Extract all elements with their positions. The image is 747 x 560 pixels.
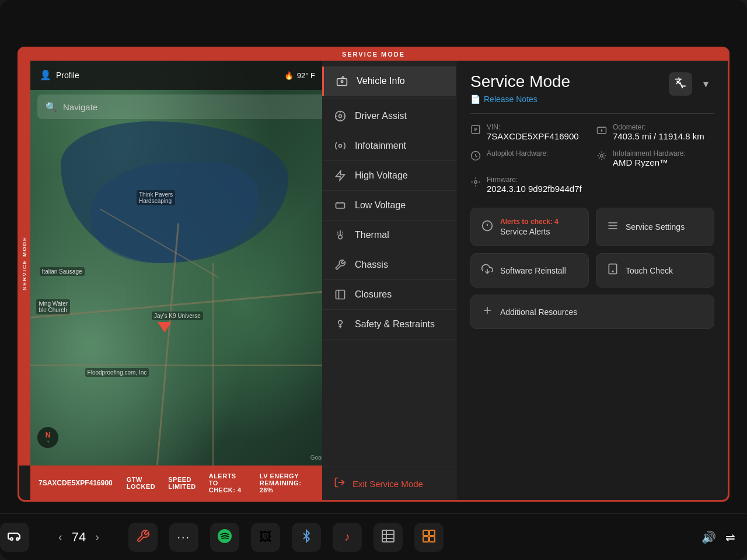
chevron-down-icon: ▾ <box>703 78 708 90</box>
sidebar-label-driver-assist: Driver Assist <box>355 111 407 121</box>
title-area: Service Mode 📄 Release Notes <box>470 72 570 104</box>
svg-point-29 <box>11 538 13 540</box>
software-reinstall-button[interactable]: Software Reinstall <box>470 253 589 288</box>
sidebar-label-chassis: Chassis <box>355 260 388 270</box>
vehicle-info-grid: VIN: 7SAXCDE5XPF416900 <box>470 123 714 194</box>
autopilot-content: Autopilot Hardware: <box>487 149 548 158</box>
place-label-pavers: Think PaversHardscaping <box>137 190 175 205</box>
bluetooth-icon <box>301 529 312 545</box>
sidebar-label-safety-restraints: Safety & Restraints <box>355 319 435 330</box>
profile-text: Profile <box>56 71 79 80</box>
music-icon: ♪ <box>344 530 350 544</box>
exit-label-text: Exit Service Mode <box>352 479 423 489</box>
service-settings-button[interactable]: Service Settings <box>596 208 714 246</box>
status-alerts: ALERTS TO CHECK: 4 <box>209 473 247 494</box>
sidebar-item-high-voltage[interactable]: High Voltage <box>322 161 456 191</box>
touch-check-label: Touch Check <box>626 266 673 275</box>
map-section: Think PaversHardscaping Jay's K9 Univers… <box>30 61 334 466</box>
profile-icon: 👤 <box>40 69 51 81</box>
svg-point-10 <box>338 320 343 324</box>
taskbar-bluetooth-button[interactable] <box>292 523 321 552</box>
profile-area: 👤 Profile <box>40 69 79 81</box>
taskbar-nav: ‹ 74 › <box>58 530 99 545</box>
nav-number: 74 <box>72 530 86 545</box>
sidebar-item-infotainment[interactable]: Infotainment <box>322 131 456 161</box>
driver-assist-icon <box>334 110 347 123</box>
additional-resources-content: Additional Resources <box>500 307 577 317</box>
autopilot-item: Autopilot Hardware: <box>470 149 588 167</box>
map-background: Think PaversHardscaping Jay's K9 Univers… <box>30 61 334 466</box>
sidebar-item-vehicle-info[interactable]: Vehicle Info <box>322 66 456 96</box>
taskbar-dots-button[interactable]: ··· <box>169 523 198 552</box>
infotainment-hw-item: Infotainment Hardware: AMD Ryzen™ <box>596 149 714 167</box>
chassis-icon <box>334 258 347 271</box>
location-marker <box>158 316 172 336</box>
bezel: SERVICE MODE SERVICE MODE Think PaversHa… <box>0 0 747 560</box>
sidebar-item-closures[interactable]: Closures <box>322 280 456 310</box>
taskbar-tools-button[interactable] <box>128 523 158 552</box>
odometer-item: Odometer: 7403.5 mi / 11914.8 km <box>596 123 714 141</box>
place-label-flood: Floodproofing.com, Inc <box>85 368 149 377</box>
sidebar-item-driver-assist[interactable]: Driver Assist <box>322 102 456 131</box>
road-h2 <box>30 365 334 366</box>
main-content: Service Mode 📄 Release Notes <box>456 61 728 501</box>
sidebar-item-chassis[interactable]: Chassis <box>322 250 456 280</box>
touch-check-button[interactable]: Touch Check <box>596 253 714 288</box>
service-settings-content: Service Settings <box>626 222 685 232</box>
compass: N ↑ <box>37 427 58 448</box>
release-notes-link[interactable]: 📄 Release Notes <box>470 94 570 104</box>
odometer-icon <box>596 124 607 138</box>
infotainment-hw-label: Infotainment Hardware: <box>613 149 686 158</box>
taskbar-car-button[interactable] <box>0 523 29 552</box>
sidebar-label-infotainment: Infotainment <box>355 141 406 151</box>
svg-point-14 <box>601 131 602 132</box>
odometer-value: 7403.5 mi / 11914.8 km <box>613 131 704 141</box>
nav-prev-icon[interactable]: ‹ <box>58 530 62 544</box>
infotainment-hw-value: AMD Ryzen™ <box>613 158 686 167</box>
sidebar-label-low-voltage: Low Voltage <box>355 200 406 211</box>
nav-next-icon[interactable]: › <box>95 530 99 544</box>
map-search[interactable]: 🔍 Navigate <box>37 94 327 119</box>
service-alerts-button[interactable]: Alerts to check: 4 Service Alerts <box>470 208 589 246</box>
svg-point-5 <box>339 145 342 148</box>
infotainment-hw-content: Infotainment Hardware: AMD Ryzen™ <box>613 149 686 167</box>
main-header: Service Mode 📄 Release Notes <box>470 72 714 104</box>
sidebar-item-safety-restraints[interactable]: Safety & Restraints <box>322 310 456 340</box>
taskbar-more2-button[interactable] <box>414 523 444 552</box>
chevron-down-button[interactable]: ▾ <box>697 72 714 96</box>
taskbar-music-button[interactable]: ♪ <box>333 523 362 552</box>
search-icon: 🔍 <box>46 102 57 113</box>
additional-resources-button[interactable]: Additional Resources <box>470 295 714 329</box>
svg-point-4 <box>339 115 342 118</box>
svg-rect-32 <box>382 530 394 542</box>
volume-icon[interactable]: 🔊 <box>701 530 716 544</box>
low-voltage-icon <box>334 199 347 212</box>
left-service-label-text: SERVICE MODE <box>22 236 27 290</box>
infotainment-icon <box>334 139 347 152</box>
taskbar-more1-button[interactable] <box>374 523 403 552</box>
taskbar-arrow-right[interactable]: ⇌ <box>725 530 735 544</box>
svg-point-8 <box>338 235 343 239</box>
service-settings-label: Service Settings <box>626 222 685 232</box>
right-panel: Vehicle Info Driver Assist <box>322 61 728 501</box>
safety-restraints-icon <box>334 318 347 331</box>
svg-marker-0 <box>158 322 172 332</box>
exit-service-mode[interactable]: Exit Service Mode <box>322 467 456 501</box>
service-mode-banner-text: SERVICE MODE <box>342 51 405 58</box>
translate-button[interactable] <box>669 72 692 96</box>
sidebar-item-low-voltage[interactable]: Low Voltage <box>322 191 456 220</box>
taskbar-spotify-button[interactable] <box>210 523 239 552</box>
firmware-icon <box>470 177 481 190</box>
vin-icon <box>470 124 481 138</box>
dots-icon: ··· <box>177 530 190 544</box>
taskbar-gallery-button[interactable]: 🖼 <box>251 523 280 552</box>
divider-line <box>470 113 714 114</box>
svg-point-16 <box>601 155 603 158</box>
sidebar-item-thermal[interactable]: Thermal <box>322 220 456 250</box>
additional-resources-icon <box>481 304 493 319</box>
weather-temp: 92° F <box>297 71 315 80</box>
closures-icon <box>334 288 347 301</box>
autopilot-label: Autopilot Hardware: <box>487 149 548 158</box>
svg-marker-6 <box>336 171 345 181</box>
sidebar-label-thermal: Thermal <box>355 230 389 240</box>
